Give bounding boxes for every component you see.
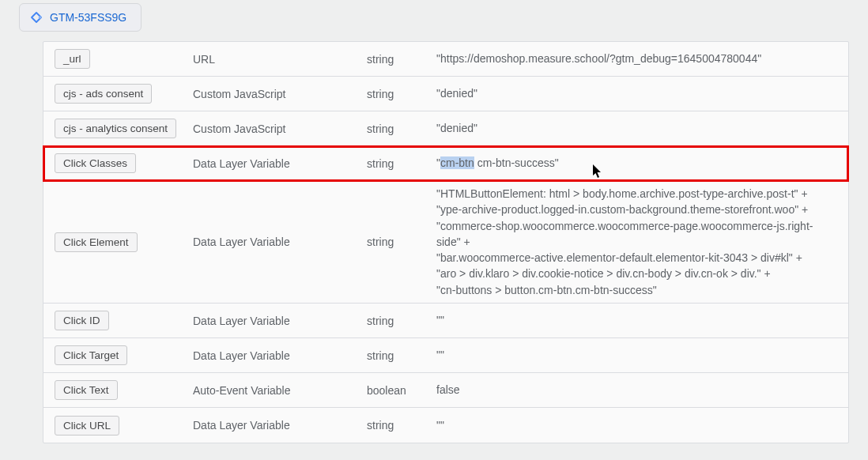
variable-value-type-cell: string bbox=[367, 123, 436, 135]
variable-value-type-cell: string bbox=[367, 315, 436, 327]
value-text-highlighted: cm-btn bbox=[440, 156, 474, 169]
variable-name-button[interactable]: Click Element bbox=[55, 232, 138, 252]
variable-name-button[interactable]: Click Classes bbox=[55, 153, 136, 173]
variable-type-cell: Auto-Event Variable bbox=[193, 384, 367, 397]
table-row: Click URL Data Layer Variable string "" bbox=[43, 408, 848, 443]
variable-name-cell: cjs - ads consent bbox=[55, 84, 193, 104]
tab-gtm-container[interactable]: GTM-53FSS9G bbox=[19, 3, 142, 32]
variable-name-cell: Click Text bbox=[55, 380, 193, 400]
variable-value-type-cell: string bbox=[367, 419, 436, 432]
variable-name-button[interactable]: cjs - analytics consent bbox=[55, 119, 176, 138]
variable-value-cell: "cm-btn cm-btn-success" bbox=[436, 155, 837, 171]
value-line: "ype-archive-product.logged-in.custom-ba… bbox=[436, 202, 832, 217]
variable-value-cell: "denied" bbox=[436, 85, 837, 101]
variables-panel: _url URL string "https://demoshop.measur… bbox=[0, 32, 868, 443]
variable-type-cell: Data Layer Variable bbox=[193, 349, 367, 362]
tab-label: GTM-53FSS9G bbox=[50, 11, 126, 24]
variable-name-cell: cjs - analytics consent bbox=[55, 119, 193, 138]
variable-name-cell: Click Element bbox=[55, 232, 193, 252]
table-row: Click Target Data Layer Variable string … bbox=[43, 338, 848, 373]
variable-name-cell: Click Classes bbox=[55, 153, 193, 173]
table-row: Click Element Data Layer Variable string… bbox=[43, 181, 848, 304]
variable-name-button[interactable]: Click Text bbox=[55, 380, 118, 400]
variable-name-button[interactable]: Click Target bbox=[55, 345, 127, 365]
variable-type-cell: Data Layer Variable bbox=[193, 419, 367, 432]
variable-name-button[interactable]: Click URL bbox=[55, 416, 119, 435]
variable-value-cell: "denied" bbox=[436, 120, 837, 136]
table-row-highlighted: Click Classes Data Layer Variable string… bbox=[43, 146, 848, 181]
variable-value-cell: "" bbox=[436, 347, 837, 363]
variable-type-cell: Data Layer Variable bbox=[193, 157, 367, 170]
value-line: "cn-buttons > button.cm-btn.cm-btn-succe… bbox=[436, 282, 832, 298]
svg-point-0 bbox=[39, 16, 42, 19]
value-line: "aro > div.klaro > div.cookie-notice > d… bbox=[436, 266, 832, 281]
variable-type-cell: Custom JavaScript bbox=[193, 123, 367, 135]
variable-value-type-cell: string bbox=[367, 236, 436, 248]
table-row: cjs - ads consent Custom JavaScript stri… bbox=[43, 77, 848, 111]
variable-value-cell: "HTMLButtonElement: html > body.home.arc… bbox=[436, 186, 837, 298]
variable-type-cell: URL bbox=[193, 53, 367, 66]
variable-name-button[interactable]: Click ID bbox=[55, 311, 109, 330]
variables-table: _url URL string "https://demoshop.measur… bbox=[43, 41, 849, 443]
variable-value-type-cell: string bbox=[367, 88, 436, 100]
variable-value-cell: "https://demoshop.measure.school/?gtm_de… bbox=[436, 51, 837, 66]
table-row: Click ID Data Layer Variable string "" bbox=[43, 304, 848, 338]
variable-value-cell: false bbox=[436, 382, 837, 398]
variable-value-type-cell: string bbox=[367, 157, 436, 170]
variable-value-type-cell: string bbox=[367, 349, 436, 362]
variable-value-type-cell: boolean bbox=[367, 384, 436, 397]
variable-value-cell: "" bbox=[436, 312, 837, 328]
variable-name-cell: Click Target bbox=[55, 345, 193, 365]
table-row: Click Text Auto-Event Variable boolean f… bbox=[43, 373, 848, 408]
table-row: cjs - analytics consent Custom JavaScrip… bbox=[43, 111, 848, 146]
variable-name-cell: _url bbox=[55, 49, 193, 69]
variable-type-cell: Data Layer Variable bbox=[193, 315, 367, 327]
variable-name-cell: Click ID bbox=[55, 311, 193, 330]
value-line: "commerce-shop.woocommerce.woocommerce-p… bbox=[436, 218, 832, 251]
value-text: cm-btn-success" bbox=[474, 156, 559, 169]
variable-value-type-cell: string bbox=[367, 53, 436, 66]
variable-type-cell: Data Layer Variable bbox=[193, 236, 367, 248]
tab-bar: GTM-53FSS9G bbox=[0, 0, 868, 32]
variable-name-button[interactable]: cjs - ads consent bbox=[55, 84, 152, 104]
variable-name-button[interactable]: _url bbox=[55, 49, 90, 69]
value-line: "HTMLButtonElement: html > body.home.arc… bbox=[436, 186, 832, 202]
table-row: _url URL string "https://demoshop.measur… bbox=[43, 42, 848, 77]
value-line: "bar.woocommerce-active.elementor-defaul… bbox=[436, 250, 832, 266]
variable-type-cell: Custom JavaScript bbox=[193, 88, 367, 100]
variable-value-cell: "" bbox=[436, 417, 837, 433]
variable-name-cell: Click URL bbox=[55, 416, 193, 435]
gtm-tag-icon bbox=[29, 10, 43, 25]
